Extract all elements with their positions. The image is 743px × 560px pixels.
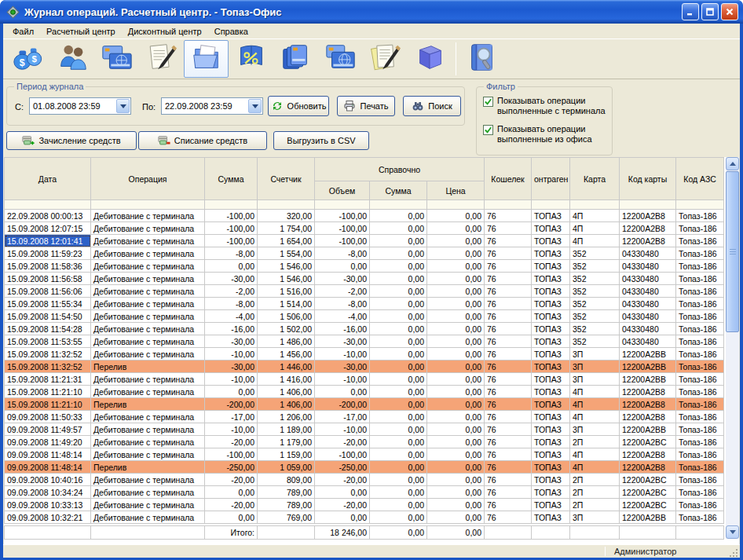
table-cell[interactable]: 789,00 xyxy=(258,486,315,499)
table-cell[interactable]: 2П xyxy=(570,499,620,511)
table-cell[interactable]: 76 xyxy=(485,474,532,486)
table-cell[interactable]: Дебитование с терминала xyxy=(91,273,205,285)
filter-cell[interactable] xyxy=(620,200,676,210)
table-cell[interactable]: 352 xyxy=(570,260,620,273)
table-cell[interactable]: 76 xyxy=(485,499,532,511)
table-cell[interactable]: 0,00 xyxy=(427,486,485,499)
table-cell[interactable]: 76 xyxy=(485,298,532,310)
table-row[interactable]: 15.09.2008 11:32:52Перелив-30,001 446,00… xyxy=(5,361,724,373)
table-cell[interactable]: 76 xyxy=(485,448,532,461)
close-button[interactable] xyxy=(721,3,738,20)
table-cell[interactable]: 0,00 xyxy=(427,298,485,310)
table-cell[interactable]: 0,00 xyxy=(370,285,427,298)
table-row[interactable]: 09.09.2008 11:48:14Дебитование с термина… xyxy=(5,448,724,461)
table-cell[interactable]: -10,00 xyxy=(315,348,370,361)
table-cell[interactable]: 04330480 xyxy=(620,273,676,285)
search-journal-button[interactable] xyxy=(459,40,504,78)
table-cell[interactable]: Дебитование с терминала xyxy=(91,222,205,235)
table-cell[interactable]: 0,00 xyxy=(427,247,485,260)
table-cell[interactable]: ТОПАЗ xyxy=(532,323,570,335)
table-cell[interactable]: ТОПАЗ xyxy=(532,298,570,310)
table-cell[interactable]: ТОПАЗ xyxy=(532,361,570,373)
table-cell[interactable]: 352 xyxy=(570,298,620,310)
table-cell[interactable]: 0,00 xyxy=(370,461,427,474)
table-cell[interactable]: 0,00 xyxy=(427,348,485,361)
filter-cell[interactable] xyxy=(532,200,570,210)
table-cell[interactable]: Дебитование с терминала xyxy=(91,335,205,348)
table-cell[interactable]: 15.09.2008 11:54:28 xyxy=(5,323,91,335)
table-cell[interactable]: 12200A2B8 xyxy=(620,461,676,474)
search-button[interactable]: Поиск xyxy=(403,96,461,116)
table-cell[interactable]: -20,00 xyxy=(315,499,370,511)
table-cell[interactable]: -250,00 xyxy=(205,461,258,474)
table-cell[interactable]: 0,00 xyxy=(370,298,427,310)
table-cell[interactable]: 09.09.2008 11:48:14 xyxy=(5,461,91,474)
table-cell[interactable]: -200,00 xyxy=(205,398,258,411)
table-cell[interactable]: 0,00 xyxy=(370,499,427,511)
table-cell[interactable]: 76 xyxy=(485,386,532,398)
table-cell[interactable]: 15.09.2008 11:32:52 xyxy=(5,361,91,373)
table-row[interactable]: 09.09.2008 10:40:16Дебитование с термина… xyxy=(5,474,724,486)
table-cell[interactable]: 320,00 xyxy=(258,210,315,222)
table-cell[interactable]: ТОПАЗ xyxy=(532,511,570,524)
clients-button[interactable] xyxy=(49,40,94,78)
table-cell[interactable]: 09.09.2008 11:49:57 xyxy=(5,423,91,436)
table-cell[interactable]: 76 xyxy=(485,361,532,373)
money-bags-button[interactable]: $$ xyxy=(5,40,49,78)
table-row[interactable]: 15.09.2008 11:21:10Дебитование с термина… xyxy=(5,386,724,398)
table-row[interactable]: 09.09.2008 11:49:57Дебитование с термина… xyxy=(5,423,724,436)
table-cell[interactable]: 4П xyxy=(570,235,620,247)
col-header-wallet[interactable]: Кошелек xyxy=(485,158,532,200)
table-cell[interactable]: ТОПАЗ xyxy=(532,436,570,448)
table-cell[interactable]: -30,00 xyxy=(315,335,370,348)
table-cell[interactable]: 789,00 xyxy=(258,499,315,511)
table-cell[interactable]: Топаз-186 xyxy=(676,285,724,298)
table-cell[interactable]: 12200A2BB xyxy=(620,361,676,373)
table-cell[interactable]: 0,00 xyxy=(370,398,427,411)
table-cell[interactable]: -4,00 xyxy=(205,310,258,323)
table-cell[interactable]: -10,00 xyxy=(315,373,370,386)
to-date-value[interactable]: 22.09.2008 23:59 xyxy=(162,98,247,114)
table-cell[interactable]: 0,00 xyxy=(427,285,485,298)
filter-cell[interactable] xyxy=(370,200,427,210)
table-cell[interactable]: 76 xyxy=(485,273,532,285)
table-cell[interactable]: 769,00 xyxy=(258,511,315,524)
table-cell[interactable]: 76 xyxy=(485,260,532,273)
table-cell[interactable]: -8,00 xyxy=(315,247,370,260)
table-cell[interactable]: ТОПАЗ xyxy=(532,348,570,361)
filter-cell[interactable] xyxy=(91,200,205,210)
table-cell[interactable]: 76 xyxy=(485,348,532,361)
maximize-button[interactable] xyxy=(701,3,719,20)
table-cell[interactable]: Топаз-186 xyxy=(676,222,724,235)
table-cell[interactable]: 0,00 xyxy=(427,423,485,436)
debit-funds-button[interactable]: Списание средств xyxy=(138,131,267,150)
table-cell[interactable]: ТОПАЗ xyxy=(532,448,570,461)
table-cell[interactable]: 0,00 xyxy=(370,348,427,361)
filter-cell[interactable] xyxy=(676,200,724,210)
table-cell[interactable]: 3П xyxy=(570,361,620,373)
table-cell[interactable]: 0,00 xyxy=(370,386,427,398)
table-cell[interactable]: -10,00 xyxy=(205,348,258,361)
table-cell[interactable]: 76 xyxy=(485,486,532,499)
table-cell[interactable]: 0,00 xyxy=(370,361,427,373)
table-cell[interactable]: 12200A2BB xyxy=(620,423,676,436)
table-cell[interactable]: ТОПАЗ xyxy=(532,461,570,474)
table-cell[interactable]: -100,00 xyxy=(315,448,370,461)
col-header-ref-amount[interactable]: Сумма xyxy=(370,181,427,200)
table-cell[interactable]: 2П xyxy=(570,486,620,499)
table-cell[interactable]: Перелив xyxy=(91,398,205,411)
table-cell[interactable]: Топаз-186 xyxy=(676,247,724,260)
col-header-amount[interactable]: Сумма xyxy=(205,158,258,200)
table-cell[interactable]: 76 xyxy=(485,511,532,524)
table-cell[interactable]: 0,00 xyxy=(427,235,485,247)
table-cell[interactable]: 12200A2BB xyxy=(620,511,676,524)
menu-item-discount-center[interactable]: Дисконтный центр xyxy=(122,25,208,38)
table-cell[interactable]: 1 546,00 xyxy=(258,260,315,273)
table-row[interactable]: 15.09.2008 11:21:31Дебитование с термина… xyxy=(5,373,724,386)
filter-cell[interactable] xyxy=(570,200,620,210)
table-cell[interactable]: 352 xyxy=(570,310,620,323)
table-cell[interactable]: 1 059,00 xyxy=(258,461,315,474)
table-cell[interactable]: -17,00 xyxy=(315,411,370,423)
table-cell[interactable]: Перелив xyxy=(91,461,205,474)
table-cell[interactable]: 15.09.2008 12:01:41 xyxy=(5,235,91,247)
